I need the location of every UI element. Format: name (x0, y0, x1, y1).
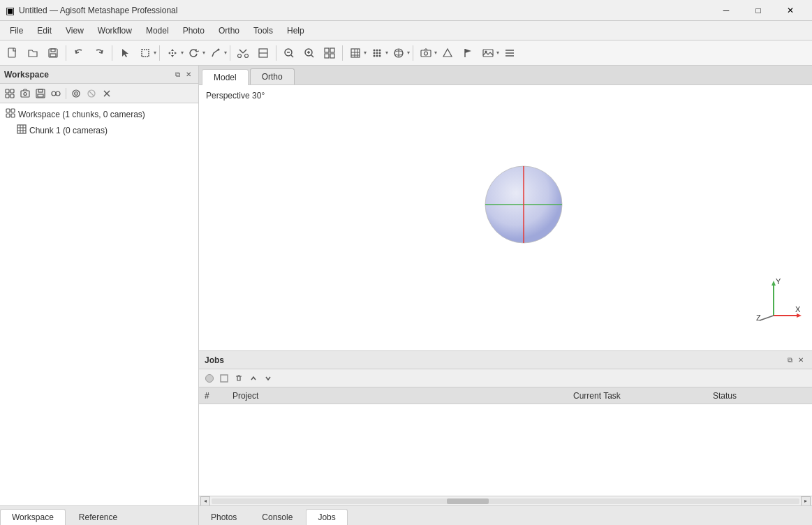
grid-dropdown[interactable]: ▾ (364, 50, 367, 56)
open-button[interactable] (23, 43, 43, 63)
menu-edit[interactable]: Edit (30, 23, 59, 38)
photos-tab[interactable]: Photos (199, 509, 249, 525)
zoom-out-button[interactable] (279, 43, 299, 63)
menu-model[interactable]: Model (139, 23, 176, 38)
menu-photo[interactable]: Photo (176, 23, 212, 38)
save-button[interactable] (43, 43, 63, 63)
minimize-button[interactable]: ─ (710, 0, 742, 21)
redo-button[interactable] (89, 43, 109, 63)
svg-rect-75 (11, 114, 15, 117)
ws-save-chunk-button[interactable] (34, 87, 47, 101)
jobs-close-button[interactable]: ✕ (795, 355, 806, 366)
camera-button[interactable] (416, 43, 436, 63)
ws-disable-button[interactable] (84, 87, 98, 101)
shape-button[interactable] (438, 43, 457, 63)
scroll-track[interactable] (212, 498, 799, 504)
viewport[interactable]: Perspective 30° (199, 85, 812, 350)
select-tool-button[interactable] (115, 43, 135, 63)
svg-rect-25 (330, 48, 334, 52)
flag-button[interactable] (458, 43, 478, 63)
svg-rect-27 (330, 54, 334, 58)
jobs-up-button[interactable] (247, 372, 260, 385)
draw-button[interactable] (206, 43, 226, 63)
rotate-button[interactable] (184, 43, 204, 63)
console-tab[interactable]: Console (250, 509, 304, 525)
perspective-label: Perspective 30° (206, 91, 265, 101)
jobs-stop-button[interactable] (218, 372, 230, 385)
menu-tools[interactable]: Tools (246, 23, 280, 38)
move-dropdown[interactable]: ▾ (181, 50, 184, 56)
ws-add-chunk-button[interactable] (3, 87, 17, 101)
svg-rect-72 (6, 109, 10, 112)
mesh-dropdown[interactable]: ▾ (407, 50, 410, 56)
menu-view[interactable]: View (59, 23, 91, 38)
jobs-run-button[interactable] (203, 372, 216, 385)
workspace-tab[interactable]: Workspace (0, 509, 66, 525)
reference-tab[interactable]: Reference (67, 509, 129, 525)
svg-point-64 (52, 91, 56, 96)
move-button[interactable] (163, 43, 182, 63)
ws-merge-button[interactable] (49, 87, 63, 101)
svg-point-34 (376, 49, 378, 51)
scroll-thumb[interactable] (447, 498, 489, 504)
close-button[interactable]: ✕ (774, 0, 806, 21)
camera-dropdown[interactable]: ▾ (434, 50, 437, 56)
svg-marker-8 (175, 52, 177, 54)
workspace-undock-button[interactable]: ⧉ (172, 69, 183, 80)
rect-select-button[interactable] (135, 43, 155, 63)
grid-button[interactable] (346, 43, 365, 63)
rotate-dropdown[interactable]: ▾ (202, 50, 205, 56)
image-dropdown[interactable]: ▾ (496, 50, 499, 56)
tab-model[interactable]: Model (202, 69, 249, 85)
svg-line-90 (760, 316, 774, 320)
points-dropdown[interactable]: ▾ (385, 50, 388, 56)
workspace-close-button[interactable]: ✕ (183, 69, 194, 80)
menu-bar: File Edit View Workflow Model Photo Orth… (0, 21, 812, 40)
axes-container: Y X Z (756, 277, 802, 323)
bottom-tabs: Photos Console Jobs (199, 505, 812, 525)
title-bar: ▣ Untitled — Agisoft Metashape Professio… (0, 0, 812, 21)
fit-view-button[interactable] (320, 43, 339, 63)
jobs-delete-button[interactable] (232, 372, 245, 385)
points-button[interactable] (367, 43, 387, 63)
workspace-root-label: Workspace (1 chunks, 0 cameras) (18, 110, 145, 119)
jobs-down-button[interactable] (262, 372, 274, 385)
undo-button[interactable] (69, 43, 89, 63)
svg-rect-58 (10, 94, 14, 98)
workspace-bottom-tabs: Workspace Reference (0, 505, 198, 525)
menu-file[interactable]: File (3, 23, 30, 38)
jobs-tab[interactable]: Jobs (306, 509, 347, 525)
ws-activate-button[interactable] (69, 87, 83, 101)
jobs-header: Jobs ⧉ ✕ (199, 351, 812, 369)
menu-workflow[interactable]: Workflow (91, 23, 139, 38)
ws-remove-button[interactable] (100, 87, 114, 101)
menu-button[interactable] (500, 43, 519, 63)
scroll-right-arrow[interactable]: ▸ (801, 496, 811, 506)
mesh-button[interactable] (389, 43, 408, 63)
jobs-scrollbar[interactable]: ◂ ▸ (199, 496, 812, 505)
zoom-in-button[interactable] (300, 43, 319, 63)
jobs-undock-button[interactable]: ⧉ (784, 355, 795, 366)
toolbar: ▾ ▾ ▾ ▾ ▾ (0, 40, 812, 66)
rect-select-dropdown[interactable]: ▾ (154, 50, 156, 56)
scroll-left-arrow[interactable]: ◂ (200, 496, 210, 506)
workspace-root-item[interactable]: Workspace (1 chunks, 0 cameras) (0, 106, 198, 122)
camera-group: ▾ (416, 43, 437, 63)
draw-dropdown[interactable]: ▾ (224, 50, 227, 56)
chunk-item[interactable]: Chunk 1 (0 cameras) (0, 122, 198, 138)
menu-help[interactable]: Help (280, 23, 311, 38)
cut-button[interactable] (233, 43, 253, 63)
image-button[interactable] (478, 43, 498, 63)
svg-point-36 (374, 52, 376, 54)
ws-add-photos-button[interactable] (18, 87, 32, 101)
tab-ortho[interactable]: Ortho (250, 68, 295, 84)
svg-rect-26 (325, 54, 329, 58)
slice-button[interactable] (253, 43, 273, 63)
sphere-container (478, 159, 569, 250)
jobs-toolbar (199, 369, 812, 387)
col-num-header: # (199, 391, 227, 401)
new-button[interactable] (3, 43, 22, 63)
maximize-button[interactable]: □ (742, 0, 774, 21)
menu-ortho[interactable]: Ortho (212, 23, 246, 38)
svg-point-37 (376, 52, 378, 54)
